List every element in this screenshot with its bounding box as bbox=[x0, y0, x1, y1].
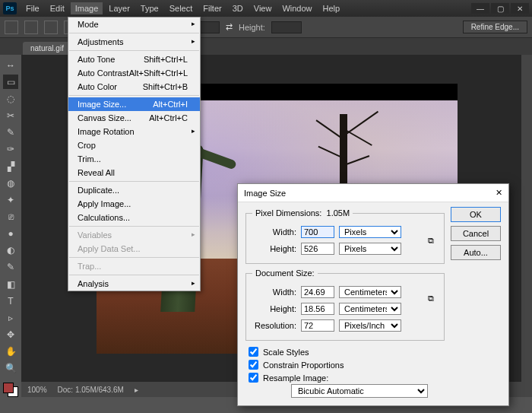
tool-button[interactable]: ▹ bbox=[3, 310, 18, 325]
menu-item-trap-: Trap... bbox=[68, 259, 200, 273]
image-menu-dropdown: ModeAdjustmentsAuto ToneShift+Ctrl+LAuto… bbox=[68, 17, 201, 291]
tool-button[interactable]: ◌ bbox=[3, 91, 18, 106]
color-swatch[interactable] bbox=[3, 383, 18, 397]
tool-button[interactable]: T bbox=[3, 294, 18, 308]
tools-panel: ↔▭◌✂✎✑▞◍✦⎚●◐✎◧T▹✥✋🔍 bbox=[0, 55, 21, 397]
maximize-button[interactable]: ▢ bbox=[491, 3, 509, 14]
marquee-mode-icon[interactable] bbox=[44, 21, 58, 34]
swap-icon[interactable]: ⇄ bbox=[226, 22, 233, 32]
image-size-dialog: Image Size ✕ OK Cancel Auto... Pixel Dim… bbox=[237, 183, 509, 406]
dialog-close-icon[interactable]: ✕ bbox=[496, 188, 502, 198]
close-button[interactable]: ✕ bbox=[511, 3, 529, 14]
menu-type[interactable]: Type bbox=[136, 2, 163, 14]
dialog-titlebar[interactable]: Image Size ✕ bbox=[238, 184, 508, 202]
menu-item-auto-tone[interactable]: Auto ToneShift+Ctrl+L bbox=[68, 52, 200, 66]
menu-item-duplicate-[interactable]: Duplicate... bbox=[68, 183, 200, 197]
px-height-input[interactable] bbox=[301, 243, 334, 255]
resample-label: Resample Image: bbox=[263, 373, 328, 383]
tool-button[interactable]: ✥ bbox=[3, 328, 18, 342]
auto-button[interactable]: Auto... bbox=[451, 245, 501, 260]
menu-select[interactable]: Select bbox=[165, 2, 198, 14]
tool-button[interactable]: 🔍 bbox=[3, 361, 18, 376]
menu-filter[interactable]: Filter bbox=[198, 2, 226, 14]
title-bar: Ps FileEditImageLayerTypeSelectFilter3DV… bbox=[0, 0, 532, 17]
tool-button[interactable]: ✋ bbox=[3, 345, 18, 359]
doc-height-input[interactable] bbox=[301, 303, 334, 315]
menu-item-crop[interactable]: Crop bbox=[68, 138, 200, 152]
document-tab[interactable]: natural.gif bbox=[23, 42, 71, 55]
tab-filename: natural.gif bbox=[30, 44, 64, 52]
tool-button[interactable]: ▭ bbox=[3, 75, 18, 89]
doc-legend: Document Size: bbox=[252, 268, 318, 278]
resample-method-select[interactable]: Bicubic Automatic bbox=[291, 384, 428, 398]
tool-button[interactable]: ● bbox=[3, 227, 18, 241]
doc-res-input[interactable] bbox=[301, 319, 334, 332]
tool-button[interactable]: ✑ bbox=[3, 142, 18, 157]
menu-item-canvas-size-[interactable]: Canvas Size...Alt+Ctrl+C bbox=[68, 111, 200, 125]
document-size-group: Document Size: Width: Centimeters Height… bbox=[245, 268, 445, 341]
zoom-level[interactable]: 100% bbox=[27, 386, 47, 394]
menu-edit[interactable]: Edit bbox=[46, 2, 69, 14]
menu-help[interactable]: Help bbox=[318, 2, 345, 14]
doc-width-unit-select[interactable]: Centimeters bbox=[339, 286, 401, 298]
opt-height-label: Height: bbox=[239, 23, 265, 32]
menu-item-reveal-all[interactable]: Reveal All bbox=[68, 166, 200, 179]
ok-button[interactable]: OK bbox=[451, 207, 501, 222]
menu-item-apply-image-[interactable]: Apply Image... bbox=[68, 197, 200, 211]
menu-view[interactable]: View bbox=[249, 2, 277, 14]
minimize-button[interactable]: — bbox=[471, 3, 489, 14]
status-arrow-icon[interactable]: ▸ bbox=[135, 386, 138, 394]
menu-item-variables: Variables bbox=[68, 228, 200, 242]
scale-styles-label: Scale Styles bbox=[263, 348, 309, 357]
px-width-unit-select[interactable]: Pixels bbox=[339, 226, 401, 238]
tool-button[interactable]: ↔ bbox=[3, 58, 18, 72]
scale-styles-checkbox[interactable] bbox=[249, 347, 258, 357]
px-width-input[interactable] bbox=[301, 226, 334, 238]
menu-item-apply-data-set-: Apply Data Set... bbox=[68, 242, 200, 256]
doc-height-label: Height: bbox=[252, 304, 296, 313]
menu-3d[interactable]: 3D bbox=[228, 2, 248, 14]
doc-height-unit-select[interactable]: Centimeters bbox=[339, 303, 401, 315]
menu-item-trim-[interactable]: Trim... bbox=[68, 152, 200, 166]
px-link-icon[interactable]: ⧉ bbox=[424, 228, 438, 253]
menu-item-adjustments[interactable]: Adjustments bbox=[68, 35, 200, 49]
doc-width-label: Width: bbox=[252, 288, 296, 297]
menu-item-image-rotation[interactable]: Image Rotation bbox=[68, 125, 200, 138]
menu-item-calculations-[interactable]: Calculations... bbox=[68, 211, 200, 224]
menu-item-auto-color[interactable]: Auto ColorShift+Ctrl+B bbox=[68, 80, 200, 94]
px-height-label: Height: bbox=[252, 244, 296, 253]
tool-button[interactable]: ✂ bbox=[3, 108, 18, 122]
menu-bar: FileEditImageLayerTypeSelectFilter3DView… bbox=[21, 2, 471, 14]
resample-checkbox[interactable] bbox=[249, 373, 258, 383]
tool-button[interactable]: ✎ bbox=[3, 125, 18, 140]
opt-height-input[interactable] bbox=[271, 21, 302, 33]
doc-width-input[interactable] bbox=[301, 286, 334, 298]
px-width-label: Width: bbox=[252, 227, 296, 237]
constrain-checkbox[interactable] bbox=[249, 360, 258, 370]
doc-info[interactable]: Doc: 1.05M/643.6M bbox=[58, 386, 124, 394]
tool-button[interactable]: ⎚ bbox=[3, 209, 18, 224]
menu-window[interactable]: Window bbox=[277, 2, 316, 14]
menu-item-mode[interactable]: Mode bbox=[68, 17, 200, 31]
tool-button[interactable]: ◍ bbox=[3, 176, 18, 190]
menu-item-auto-contrast[interactable]: Auto ContrastAlt+Shift+Ctrl+L bbox=[68, 66, 200, 80]
marquee-icon[interactable] bbox=[24, 21, 38, 34]
constrain-label: Constrain Proportions bbox=[263, 361, 344, 370]
menu-item-analysis[interactable]: Analysis bbox=[68, 277, 200, 291]
doc-res-unit-select[interactable]: Pixels/Inch bbox=[339, 319, 401, 332]
menu-layer[interactable]: Layer bbox=[104, 2, 135, 14]
tool-button[interactable]: ✦ bbox=[3, 192, 18, 207]
pixel-legend: Pixel Dimensions: bbox=[255, 208, 321, 218]
refine-edge-button[interactable]: Refine Edge... bbox=[463, 21, 527, 33]
menu-file[interactable]: File bbox=[21, 2, 44, 14]
doc-link-icon[interactable]: ⧉ bbox=[424, 287, 438, 311]
cancel-button[interactable]: Cancel bbox=[451, 226, 501, 241]
menu-image[interactable]: Image bbox=[71, 2, 103, 14]
tool-button[interactable]: ◧ bbox=[3, 277, 18, 291]
tool-button[interactable]: ◐ bbox=[3, 243, 18, 258]
tool-button[interactable]: ▞ bbox=[3, 159, 18, 173]
menu-item-image-size-[interactable]: Image Size...Alt+Ctrl+I bbox=[68, 97, 200, 111]
tool-button[interactable]: ✎ bbox=[3, 260, 18, 275]
px-height-unit-select[interactable]: Pixels bbox=[339, 243, 401, 255]
tool-preset-icon[interactable] bbox=[5, 21, 18, 34]
